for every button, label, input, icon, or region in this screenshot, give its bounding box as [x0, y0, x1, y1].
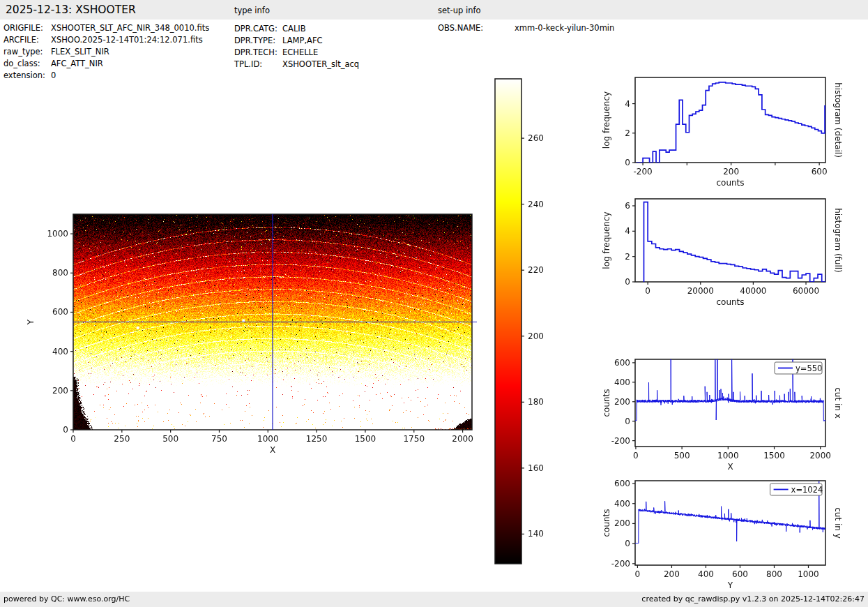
svg-text:500: 500 [674, 451, 690, 460]
setup-info-section-title: set-up info [438, 6, 481, 15]
svg-text:counts: counts [716, 297, 744, 307]
svg-text:160: 160 [528, 463, 544, 473]
svg-text:600: 600 [614, 479, 630, 488]
svg-text:200: 200 [664, 569, 680, 579]
svg-text:200: 200 [614, 397, 630, 407]
svg-text:1500: 1500 [355, 434, 376, 444]
type-info-section-title: type info [234, 6, 270, 15]
footer-powered-by: powered by QC: www.eso.org/HC [3, 594, 130, 604]
colorbar-canvas [495, 79, 521, 564]
svg-text:1250: 1250 [306, 434, 328, 444]
svg-text:200: 200 [52, 386, 68, 396]
page-title: 2025-12-13: XSHOOTER [6, 3, 136, 16]
svg-text:-200: -200 [633, 167, 652, 177]
svg-text:4: 4 [625, 226, 630, 236]
svg-text:0: 0 [70, 434, 76, 444]
svg-text:2000: 2000 [452, 434, 473, 444]
svg-text:1000: 1000 [47, 229, 68, 239]
svg-text:log frequency: log frequency [602, 91, 611, 149]
svg-text:600: 600 [614, 358, 630, 368]
field-origfile-label: ORIGFILE: [3, 23, 43, 33]
svg-text:2000: 2000 [809, 451, 831, 460]
svg-text:800: 800 [52, 268, 68, 278]
svg-text:Y: Y [727, 580, 733, 590]
svg-text:400: 400 [614, 499, 630, 509]
footer-bar: powered by QC: www.eso.org/HC created by… [0, 592, 868, 607]
field-origfile-value: XSHOOTER_SLT_AFC_NIR_348_0010.fits [51, 23, 209, 33]
field-dprtype-label: DPR.TYPE: [234, 36, 275, 45]
field-doclass-value: AFC_ATT_NIR [51, 59, 103, 68]
svg-text:-200: -200 [611, 436, 630, 446]
svg-text:800: 800 [766, 569, 782, 579]
main-image-canvas [73, 214, 472, 430]
svg-text:400: 400 [52, 347, 68, 357]
svg-text:log frequency: log frequency [602, 211, 611, 269]
svg-text:1000: 1000 [798, 569, 819, 579]
svg-text:counts: counts [716, 178, 744, 188]
svg-text:cut in y: cut in y [833, 507, 843, 539]
svg-text:y=550: y=550 [795, 364, 822, 373]
svg-text:-200: -200 [611, 559, 630, 569]
field-obsname-label: OBS.NAME: [438, 23, 483, 33]
field-dprcatg-value: CALIB [282, 24, 306, 33]
svg-text:X: X [270, 445, 275, 455]
svg-text:0: 0 [625, 539, 630, 548]
svg-text:600: 600 [732, 569, 748, 579]
svg-text:histogram (full): histogram (full) [833, 208, 843, 273]
svg-text:250: 250 [114, 434, 130, 444]
svg-text:histogram (detail): histogram (detail) [833, 82, 843, 158]
field-arcfile-value: XSHOO.2025-12-14T01:24:12.071.fits [51, 35, 203, 45]
field-dprtype-value: LAMP,AFC [282, 36, 323, 45]
svg-text:X: X [727, 462, 733, 472]
svg-text:20000: 20000 [687, 286, 714, 296]
field-obsname-value: xmm-0-keck-yilun-30min [515, 23, 614, 33]
svg-text:500: 500 [162, 434, 178, 444]
svg-text:1500: 1500 [763, 451, 785, 460]
svg-text:1000: 1000 [257, 434, 279, 444]
svg-text:140: 140 [528, 529, 544, 539]
svg-text:600: 600 [52, 307, 68, 317]
svg-text:200: 200 [528, 331, 544, 341]
svg-text:400: 400 [698, 569, 714, 579]
svg-text:400: 400 [614, 377, 630, 387]
svg-text:1000: 1000 [717, 451, 739, 460]
svg-text:Y: Y [26, 319, 36, 325]
field-tplid-label: TPL.ID: [234, 59, 262, 69]
svg-text:0: 0 [625, 417, 630, 426]
field-tplid-value: XSHOOTER_slt_acq [282, 59, 359, 69]
field-rawtype-label: raw_type: [3, 47, 43, 57]
field-dprcatg-label: DPR.CATG: [234, 24, 277, 33]
svg-text:0: 0 [645, 286, 650, 296]
svg-text:x=1024: x=1024 [791, 485, 823, 495]
svg-text:counts: counts [602, 389, 611, 417]
svg-text:2: 2 [625, 128, 630, 138]
svg-text:2: 2 [625, 252, 630, 262]
field-extension-value: 0 [51, 70, 56, 80]
svg-text:220: 220 [528, 265, 544, 275]
svg-text:260: 260 [528, 133, 544, 143]
svg-text:0: 0 [635, 569, 641, 579]
field-dprtech-label: DPR.TECH: [234, 47, 277, 57]
footer-created-by: created by qc_rawdisp.py v1.2.3 on 2025-… [641, 594, 865, 604]
svg-text:600: 600 [812, 167, 828, 177]
svg-text:0: 0 [63, 425, 68, 435]
svg-text:200: 200 [723, 167, 739, 177]
svg-text:0: 0 [625, 158, 630, 167]
svg-text:180: 180 [528, 397, 544, 407]
svg-text:750: 750 [211, 434, 227, 444]
header-bar: 2025-12-13: XSHOOTER type info set-up in… [0, 0, 868, 20]
field-arcfile-label: ARCFILE: [3, 35, 39, 45]
field-doclass-label: do_class: [3, 59, 40, 68]
svg-text:6: 6 [625, 201, 630, 211]
svg-text:0: 0 [633, 451, 639, 460]
field-dprtech-value: ECHELLE [282, 47, 318, 57]
svg-text:40000: 40000 [740, 286, 766, 296]
svg-text:0: 0 [625, 277, 630, 287]
qc-report-page: 2025-12-13: XSHOOTER type info set-up in… [0, 0, 868, 607]
field-rawtype-value: FLEX_SLIT_NIR [51, 47, 109, 57]
field-extension-label: extension: [3, 70, 45, 80]
svg-text:4: 4 [625, 99, 630, 109]
svg-text:240: 240 [528, 200, 544, 209]
svg-text:60000: 60000 [793, 286, 819, 296]
svg-text:200: 200 [614, 518, 630, 528]
